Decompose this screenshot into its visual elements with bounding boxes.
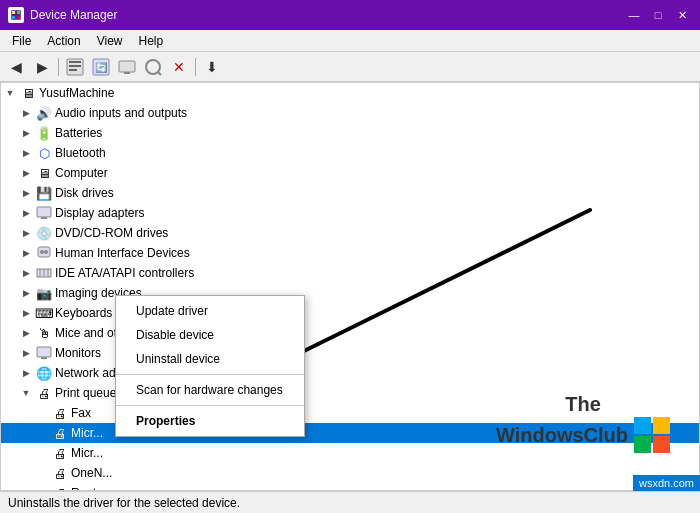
expand-print-queues[interactable]: ▼ xyxy=(19,386,33,400)
context-menu-update-driver[interactable]: Update driver xyxy=(116,299,304,323)
keyboards-label: Keyboards xyxy=(55,306,112,320)
svg-rect-25 xyxy=(41,357,47,359)
tree-item-print-queues[interactable]: ▼ 🖨 Print queues xyxy=(1,383,699,403)
tree-item-bluetooth[interactable]: ▶ ⬡ Bluetooth xyxy=(1,143,699,163)
tree-item-audio[interactable]: ▶ 🔊 Audio inputs and outputs xyxy=(1,103,699,123)
ide-label: IDE ATA/ATAPI controllers xyxy=(55,266,194,280)
expand-batteries[interactable]: ▶ xyxy=(19,126,33,140)
context-menu-sep-1 xyxy=(116,374,304,375)
tree-root[interactable]: ▼ 🖥 YusufMachine xyxy=(1,83,699,103)
expand-keyboards[interactable]: ▶ xyxy=(19,306,33,320)
expand-imaging[interactable]: ▶ xyxy=(19,286,33,300)
svg-rect-24 xyxy=(37,347,51,357)
tree-item-micr1[interactable]: ▶ 🖨 Micr... xyxy=(1,423,699,443)
display-label: Display adapters xyxy=(55,206,144,220)
monitors-icon xyxy=(36,345,52,361)
tree-view[interactable]: ▼ 🖥 YusufMachine ▶ 🔊 Audio inputs and ou… xyxy=(0,82,700,491)
onen-label: OneN... xyxy=(71,466,112,480)
tree-item-network[interactable]: ▶ 🌐 Network adapters xyxy=(1,363,699,383)
hid-icon xyxy=(36,245,52,261)
tree-item-onen[interactable]: ▶ 🖨 OneN... xyxy=(1,463,699,483)
toolbar-sep-2 xyxy=(195,58,196,76)
minimize-button[interactable]: — xyxy=(624,5,644,25)
tree-item-batteries[interactable]: ▶ 🔋 Batteries xyxy=(1,123,699,143)
tree-item-keyboards[interactable]: ▶ ⌨ Keyboards xyxy=(1,303,699,323)
tree-item-hid[interactable]: ▶ Human Interface Devices xyxy=(1,243,699,263)
tree-item-dvd[interactable]: ▶ 💿 DVD/CD-ROM drives xyxy=(1,223,699,243)
svg-rect-7 xyxy=(69,65,81,67)
window-controls: — □ ✕ xyxy=(624,5,692,25)
toolbar-remove[interactable]: ✕ xyxy=(167,55,191,79)
status-text: Uninstalls the driver for the selected d… xyxy=(8,496,240,510)
expand-disk[interactable]: ▶ xyxy=(19,186,33,200)
computer-label: Computer xyxy=(55,166,108,180)
audio-label: Audio inputs and outputs xyxy=(55,106,187,120)
title-bar: Device Manager — □ ✕ xyxy=(0,0,700,30)
fax-label: Fax xyxy=(71,406,91,420)
expand-bluetooth[interactable]: ▶ xyxy=(19,146,33,160)
fax-icon: 🖨 xyxy=(52,405,68,421)
expand-mice[interactable]: ▶ xyxy=(19,326,33,340)
dvd-icon: 💿 xyxy=(36,225,52,241)
svg-line-14 xyxy=(158,72,161,75)
imaging-icon: 📷 xyxy=(36,285,52,301)
expand-display[interactable]: ▶ xyxy=(19,206,33,220)
tree-item-disk[interactable]: ▶ 💾 Disk drives xyxy=(1,183,699,203)
expand-audio[interactable]: ▶ xyxy=(19,106,33,120)
maximize-button[interactable]: □ xyxy=(648,5,668,25)
expand-computer[interactable]: ▶ xyxy=(19,166,33,180)
dvd-label: DVD/CD-ROM drives xyxy=(55,226,168,240)
toolbar-scan[interactable] xyxy=(141,55,165,79)
tree-item-mice[interactable]: ▶ 🖱 Mice and other pointing devices xyxy=(1,323,699,343)
tree-item-micr2[interactable]: ▶ 🖨 Micr... xyxy=(1,443,699,463)
menu-file[interactable]: File xyxy=(4,32,39,50)
context-menu-uninstall-device[interactable]: Uninstall device xyxy=(116,347,304,371)
disk-label: Disk drives xyxy=(55,186,114,200)
tree-item-fax[interactable]: ▶ 🖨 Fax xyxy=(1,403,699,423)
context-menu-sep-2 xyxy=(116,405,304,406)
expand-network[interactable]: ▶ xyxy=(19,366,33,380)
svg-rect-12 xyxy=(124,72,130,74)
toolbar-help[interactable]: ⬇ xyxy=(200,55,224,79)
menu-view[interactable]: View xyxy=(89,32,131,50)
tree-item-ide[interactable]: ▶ IDE ATA/ATAPI controllers xyxy=(1,263,699,283)
expand-root[interactable]: ▼ xyxy=(3,86,17,100)
close-button[interactable]: ✕ xyxy=(672,5,692,25)
tree-item-imaging[interactable]: ▶ 📷 Imaging devices xyxy=(1,283,699,303)
menu-bar: File Action View Help xyxy=(0,30,700,52)
toolbar-sep-1 xyxy=(58,58,59,76)
display-icon xyxy=(36,205,52,221)
mice-icon: 🖱 xyxy=(36,325,52,341)
print-queues-label: Print queues xyxy=(55,386,122,400)
tree-item-root-printer[interactable]: ▶ 🖨 Root... xyxy=(1,483,699,491)
expand-ide[interactable]: ▶ xyxy=(19,266,33,280)
audio-icon: 🔊 xyxy=(36,105,52,121)
bluetooth-label: Bluetooth xyxy=(55,146,106,160)
tree-item-display[interactable]: ▶ Display adapters xyxy=(1,203,699,223)
svg-text:🔄: 🔄 xyxy=(95,61,108,74)
context-menu-properties[interactable]: Properties xyxy=(116,409,304,433)
toolbar-back[interactable]: ◀ xyxy=(4,55,28,79)
main-content: ▼ 🖥 YusufMachine ▶ 🔊 Audio inputs and ou… xyxy=(0,82,700,491)
toolbar-properties[interactable] xyxy=(63,55,87,79)
svg-rect-2 xyxy=(17,11,20,14)
toolbar-forward[interactable]: ▶ xyxy=(30,55,54,79)
context-menu-disable-device[interactable]: Disable device xyxy=(116,323,304,347)
computer-icon: 🖥 xyxy=(20,85,36,101)
context-menu-scan[interactable]: Scan for hardware changes xyxy=(116,378,304,402)
bluetooth-icon: ⬡ xyxy=(36,145,52,161)
expand-hid[interactable]: ▶ xyxy=(19,246,33,260)
svg-point-19 xyxy=(44,250,48,254)
svg-rect-4 xyxy=(17,16,20,19)
menu-help[interactable]: Help xyxy=(131,32,172,50)
toolbar-update-driver[interactable]: 🔄 xyxy=(89,55,113,79)
expand-dvd[interactable]: ▶ xyxy=(19,226,33,240)
toolbar-display[interactable] xyxy=(115,55,139,79)
network-icon: 🌐 xyxy=(36,365,52,381)
tree-item-computer[interactable]: ▶ 🖥 Computer xyxy=(1,163,699,183)
batteries-icon: 🔋 xyxy=(36,125,52,141)
svg-point-13 xyxy=(146,60,160,74)
expand-monitors[interactable]: ▶ xyxy=(19,346,33,360)
menu-action[interactable]: Action xyxy=(39,32,88,50)
tree-item-monitors[interactable]: ▶ Monitors xyxy=(1,343,699,363)
